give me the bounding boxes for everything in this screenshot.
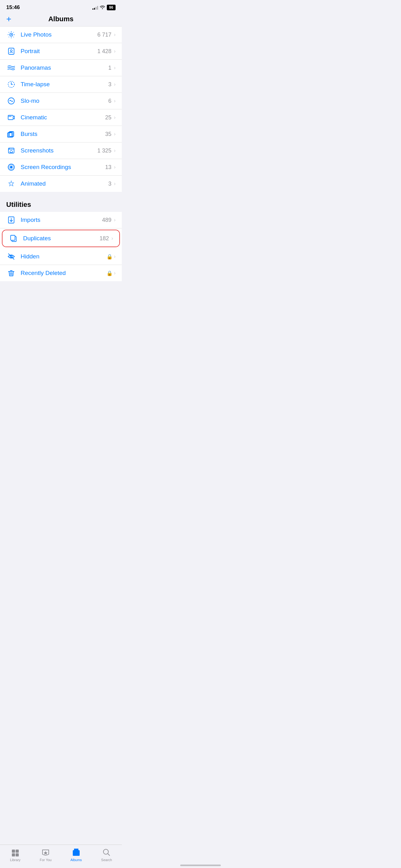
imports-label: Imports [21, 217, 102, 223]
live-photos-label: Live Photos [21, 31, 97, 38]
svg-point-2 [11, 31, 11, 32]
duplicates-icon [9, 234, 19, 243]
list-item[interactable]: Recently Deleted 🔒 › [0, 265, 122, 281]
svg-line-29 [8, 254, 14, 259]
svg-rect-16 [10, 116, 11, 117]
slo-mo-count: 6 [108, 98, 111, 104]
list-item[interactable]: Panoramas 1 › [0, 60, 122, 76]
list-item[interactable]: Portrait 1 428 › [0, 43, 122, 60]
panoramas-count: 1 [108, 65, 111, 71]
list-item[interactable]: Hidden 🔒 › [0, 248, 122, 265]
screenshots-count: 1 325 [97, 148, 111, 154]
animated-icon [6, 180, 16, 188]
svg-point-7 [13, 32, 14, 33]
page-title: Albums [48, 15, 74, 23]
slo-mo-chevron: › [114, 98, 115, 104]
bursts-label: Bursts [21, 131, 105, 137]
panoramas-icon [6, 64, 16, 72]
recently-deleted-lock-icon: 🔒 [106, 270, 113, 276]
duplicates-label: Duplicates [23, 235, 100, 242]
animated-label: Animated [21, 180, 108, 187]
svg-point-4 [8, 34, 8, 35]
list-item[interactable]: Screenshots 1 325 › [0, 143, 122, 159]
cinematic-icon [6, 114, 16, 122]
svg-point-3 [11, 37, 11, 38]
time-lapse-label: Time-lapse [21, 81, 108, 88]
hidden-lock-icon: 🔒 [106, 254, 113, 260]
status-icons: 96 [93, 5, 115, 10]
portrait-chevron: › [114, 49, 115, 54]
signal-icon [93, 5, 98, 10]
list-item[interactable]: Live Photos 6 717 › [0, 26, 122, 43]
svg-rect-10 [8, 48, 14, 54]
bursts-chevron: › [114, 131, 115, 137]
hidden-chevron: › [114, 254, 115, 259]
add-album-button[interactable]: + [6, 14, 11, 24]
utilities-section: Utilities Imports 489 › [0, 192, 122, 281]
svg-point-1 [11, 34, 12, 35]
duplicates-highlighted-row: Duplicates 182 › [2, 230, 120, 247]
slo-mo-icon [6, 97, 16, 105]
status-time: 15:46 [6, 4, 20, 11]
utilities-list: Imports 489 › Duplicates 182 › [0, 212, 122, 281]
status-bar: 15:46 96 [0, 0, 122, 12]
svg-rect-27 [11, 235, 15, 240]
recently-deleted-label: Recently Deleted [21, 270, 106, 277]
list-item[interactable]: Screen Recordings 13 › [0, 159, 122, 176]
list-item[interactable]: Imports 489 › [0, 212, 122, 228]
live-photos-icon [6, 31, 16, 39]
utilities-title: Utilities [6, 200, 31, 208]
screenshots-label: Screenshots [21, 147, 97, 154]
panoramas-label: Panoramas [21, 64, 108, 71]
portrait-icon [6, 47, 16, 55]
nav-bar: + Albums [0, 12, 122, 26]
list-item[interactable]: Time-lapse 3 › [0, 76, 122, 93]
bursts-count: 35 [105, 131, 111, 137]
live-photos-count: 6 717 [97, 32, 111, 38]
screenshots-chevron: › [114, 148, 115, 153]
cinematic-label: Cinematic [21, 114, 105, 121]
animated-count: 3 [108, 181, 111, 187]
imports-chevron: › [114, 217, 115, 223]
hidden-icon [6, 252, 16, 260]
panoramas-chevron: › [114, 65, 115, 71]
duplicates-chevron: › [111, 236, 113, 241]
svg-point-23 [10, 166, 12, 168]
duplicates-count: 182 [100, 235, 109, 242]
recently-deleted-icon [6, 269, 16, 277]
svg-rect-15 [9, 116, 10, 117]
screenshots-icon [6, 147, 16, 155]
utilities-header: Utilities [0, 192, 122, 212]
list-item[interactable]: Bursts 35 › [0, 126, 122, 143]
time-lapse-count: 3 [108, 81, 111, 88]
time-lapse-icon [6, 80, 16, 88]
svg-point-21 [9, 148, 10, 149]
list-item[interactable]: Duplicates 182 › [2, 230, 119, 247]
svg-point-11 [10, 50, 12, 52]
cinematic-chevron: › [114, 115, 115, 120]
list-item[interactable]: Slo-mo 6 › [0, 93, 122, 110]
bursts-icon [6, 130, 16, 138]
imports-count: 489 [102, 217, 111, 223]
slo-mo-label: Slo-mo [21, 97, 108, 104]
svg-point-6 [9, 32, 9, 33]
live-photos-chevron: › [114, 32, 115, 37]
scroll-area: Live Photos 6 717 › Portrait 1 428 › [0, 26, 122, 312]
media-types-list: Live Photos 6 717 › Portrait 1 428 › [0, 26, 122, 192]
svg-point-5 [14, 34, 15, 35]
imports-icon [6, 216, 16, 224]
recently-deleted-chevron: › [114, 270, 115, 276]
screen-recordings-count: 13 [105, 164, 111, 170]
list-item[interactable]: Animated 3 › [0, 176, 122, 192]
screen-recordings-icon [6, 163, 16, 171]
portrait-count: 1 428 [97, 48, 111, 55]
hidden-label: Hidden [21, 253, 106, 260]
svg-point-9 [13, 37, 14, 37]
cinematic-count: 25 [105, 114, 111, 121]
screen-recordings-chevron: › [114, 164, 115, 170]
wifi-icon [100, 5, 105, 10]
screen-recordings-label: Screen Recordings [21, 164, 105, 170]
list-item[interactable]: Cinematic 25 › [0, 110, 122, 126]
time-lapse-chevron: › [114, 82, 115, 87]
portrait-label: Portrait [21, 48, 97, 55]
